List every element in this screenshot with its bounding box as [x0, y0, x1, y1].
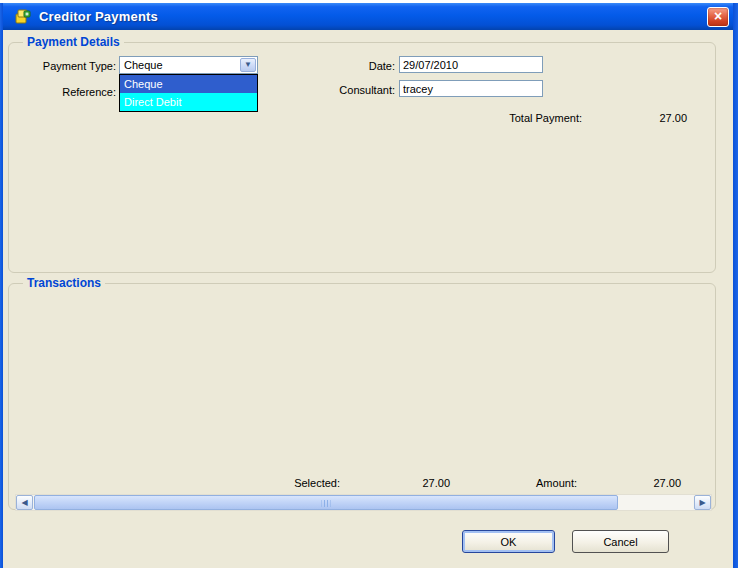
scrollbar-track[interactable]	[616, 495, 693, 510]
reference-label: Reference:	[14, 84, 116, 100]
dropdown-option-cheque[interactable]: Cheque	[120, 75, 257, 93]
total-payment-value: 27.00	[590, 110, 687, 126]
payment-type-label: Payment Type:	[14, 58, 116, 74]
titlebar[interactable]: Creditor Payments ×	[3, 3, 733, 30]
payment-type-value: Cheque	[124, 58, 163, 72]
dropdown-option-direct-debit[interactable]: Direct Debit	[120, 93, 257, 111]
amount-label: Amount:	[477, 475, 577, 490]
total-payment-label: Total Payment:	[430, 110, 582, 126]
amount-value: 27.00	[581, 475, 681, 490]
consultant-label: Consultant:	[296, 82, 395, 98]
date-input[interactable]	[399, 56, 543, 73]
ok-button[interactable]: OK	[462, 530, 555, 553]
payment-details-group: Payment Details	[8, 42, 716, 273]
app-icon	[13, 8, 33, 26]
scroll-right-icon[interactable]: ▶	[694, 495, 711, 510]
scrollbar-thumb[interactable]	[34, 495, 618, 510]
consultant-input[interactable]	[399, 80, 543, 97]
payment-type-combobox[interactable]: Cheque ▼	[119, 56, 258, 74]
window-top-edge	[0, 0, 738, 3]
date-label: Date:	[296, 58, 395, 74]
window-title: Creditor Payments	[39, 9, 158, 24]
selected-label: Selected:	[240, 475, 340, 490]
window-right-border	[733, 3, 738, 568]
selected-value: 27.00	[350, 475, 450, 490]
payment-details-legend: Payment Details	[23, 35, 124, 49]
window-left-border	[0, 3, 3, 568]
transactions-legend: Transactions	[23, 276, 105, 290]
horizontal-scrollbar[interactable]: ◀ ▶	[15, 494, 712, 511]
close-button[interactable]: ×	[707, 7, 729, 27]
payment-type-dropdown-list: Cheque Direct Debit	[119, 74, 258, 112]
scrollbar-grip	[322, 500, 331, 507]
scroll-left-icon[interactable]: ◀	[16, 495, 33, 510]
cancel-button[interactable]: Cancel	[572, 530, 669, 553]
chevron-down-icon[interactable]: ▼	[240, 58, 256, 72]
